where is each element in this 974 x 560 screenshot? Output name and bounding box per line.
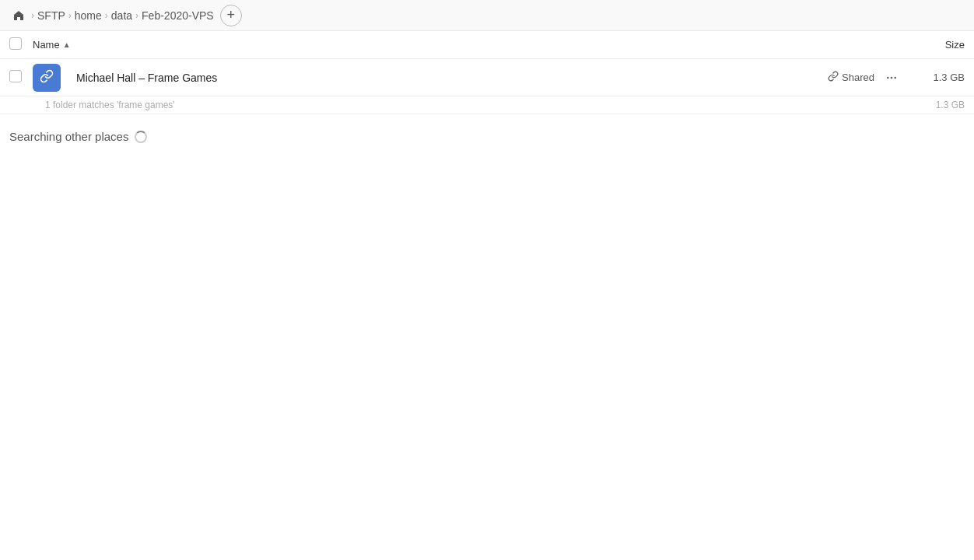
match-info-size: 1.3 GB [902,100,965,110]
column-header-row: Name ▲ Size [0,31,974,59]
size-column-header[interactable]: Size [887,39,965,51]
file-size: 1.3 GB [902,72,965,83]
breadcrumb-sep-1: › [31,10,34,21]
home-breadcrumb-item[interactable] [9,6,28,25]
breadcrumb: › SFTP › home › data › Feb-2020-VPS + [9,5,242,26]
breadcrumb-bar: › SFTP › home › data › Feb-2020-VPS + [0,0,974,31]
select-all-checkbox-col [9,37,33,52]
file-name-text: Michael Hall – Frame Games [76,72,217,84]
file-icon-wrapper [33,64,61,92]
select-all-checkbox[interactable] [9,37,22,50]
add-breadcrumb-button[interactable]: + [220,5,242,26]
breadcrumb-data[interactable]: data [111,9,132,22]
breadcrumb-sep-3: › [105,10,108,21]
file-name-cell: Michael Hall – Frame Games [33,64,828,92]
sort-arrow-icon: ▲ [63,40,71,49]
svg-point-2 [894,76,896,79]
shared-link-icon [828,71,839,84]
more-options-button[interactable] [881,67,902,89]
shared-label: Shared [842,72,874,83]
file-row-checkbox[interactable] [9,70,22,82]
file-result-row[interactable]: Michael Hall – Frame Games Shared 1.3 GB [0,59,974,96]
breadcrumb-sep-4: › [135,10,138,21]
svg-point-0 [887,76,889,79]
link-icon [40,69,54,86]
svg-point-1 [891,76,893,79]
match-info-row: 1 folder matches 'frame games' 1.3 GB [0,96,974,114]
loading-spinner [135,131,147,143]
shared-badge: Shared [828,71,874,84]
searching-other-places-section: Searching other places [0,114,974,159]
breadcrumb-sftp[interactable]: SFTP [37,9,65,22]
size-column-label: Size [945,39,965,51]
name-column-header[interactable]: Name ▲ [33,39,887,51]
match-info-text: 1 folder matches 'frame games' [45,100,902,110]
searching-text: Searching other places [9,130,128,143]
file-row-checkbox-col [9,70,33,85]
file-actions: Shared [828,67,902,89]
breadcrumb-feb2020[interactable]: Feb-2020-VPS [142,9,214,22]
breadcrumb-home[interactable]: home [75,9,102,22]
breadcrumb-sep-2: › [68,10,72,21]
name-column-label: Name [33,39,60,51]
